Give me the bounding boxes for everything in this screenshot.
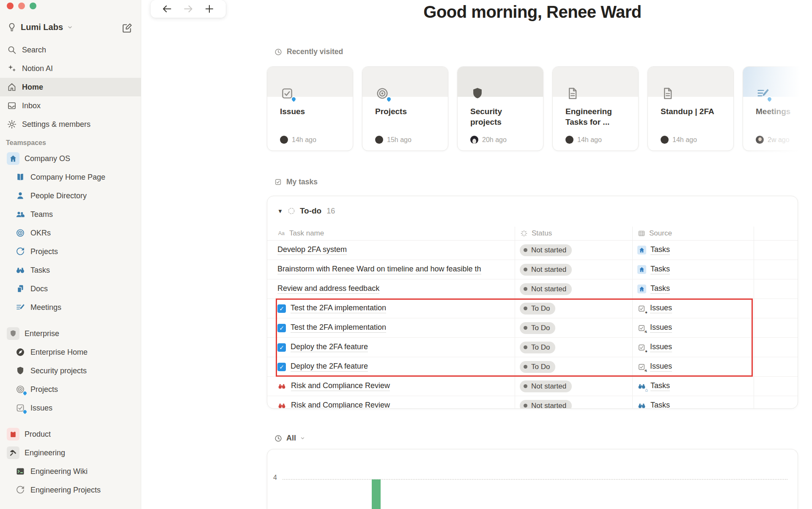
status-badge[interactable]: Not started: [520, 244, 572, 256]
sidebar-item-issues[interactable]: Issues: [0, 399, 141, 417]
new-page-button[interactable]: [121, 22, 133, 34]
sidebar-item-security-projects[interactable]: Security projects: [0, 361, 141, 380]
source-cell[interactable]: Tasks: [637, 279, 670, 298]
sidebar-item-notion-ai[interactable]: Notion AI: [0, 59, 141, 78]
column-header-status[interactable]: Status: [520, 227, 552, 240]
source-cell[interactable]: ●Issues: [637, 299, 672, 318]
plus-icon[interactable]: [204, 3, 215, 14]
sidebar-item-enterprise[interactable]: Enterprise: [0, 324, 141, 343]
task-name-cell[interactable]: ✓Test the 2FA implementation: [277, 318, 502, 337]
sidebar-item-company-home-page[interactable]: Company Home Page: [0, 168, 141, 186]
status-cell[interactable]: Not started: [520, 377, 572, 396]
sidebar-item-home[interactable]: Home: [0, 78, 141, 96]
sidebar-item-search[interactable]: Search: [0, 41, 141, 59]
sidebar-item-settings-members[interactable]: Settings & members: [0, 115, 141, 134]
status-cell[interactable]: To Do: [520, 299, 555, 318]
status-cell[interactable]: To Do: [520, 357, 555, 376]
task-name[interactable]: Deploy the 2FA feature: [291, 342, 368, 352]
task-checkbox-checked[interactable]: ✓: [277, 363, 286, 371]
task-name[interactable]: Test the 2FA implementation: [291, 304, 386, 313]
sidebar-item-enterprise-home[interactable]: Enterprise Home: [0, 343, 141, 361]
source-label[interactable]: Tasks: [650, 401, 670, 409]
source-cell[interactable]: ⌂Tasks: [637, 396, 670, 409]
minimize-window-button[interactable]: [18, 3, 25, 9]
task-name-cell[interactable]: Risk and Compliance Review: [277, 396, 502, 409]
source-label[interactable]: Issues: [650, 323, 672, 333]
status-cell[interactable]: Not started: [520, 396, 572, 409]
column-header-task-name[interactable]: AaTask name: [277, 227, 324, 240]
task-name-cell[interactable]: Develop 2FA system: [277, 241, 502, 260]
source-cell[interactable]: ⌂Tasks: [637, 377, 670, 396]
sidebar-item-engineering-wiki[interactable]: Engineering Wiki: [0, 462, 141, 481]
status-badge[interactable]: To Do: [520, 361, 555, 373]
sidebar-item-tasks[interactable]: Tasks: [0, 261, 141, 279]
status-badge[interactable]: To Do: [520, 303, 555, 315]
task-name[interactable]: Deploy the 2FA feature: [291, 362, 368, 372]
status-cell[interactable]: Not started: [520, 241, 572, 260]
forward-arrow-icon[interactable]: [183, 3, 194, 14]
status-cell[interactable]: Not started: [520, 279, 572, 298]
source-cell[interactable]: Tasks: [637, 260, 670, 279]
back-arrow-icon[interactable]: [162, 3, 173, 14]
collapse-triangle-icon[interactable]: ▼: [277, 208, 283, 214]
source-label[interactable]: Issues: [650, 362, 672, 372]
sidebar-item-projects[interactable]: Projects: [0, 242, 141, 261]
source-label[interactable]: Tasks: [650, 381, 670, 391]
task-name[interactable]: Brainstorm with Renee Ward on timeline a…: [277, 265, 481, 274]
source-cell[interactable]: ●Issues: [637, 338, 672, 357]
source-label[interactable]: Tasks: [650, 245, 670, 255]
task-checkbox-checked[interactable]: ✓: [277, 343, 286, 352]
source-label[interactable]: Tasks: [650, 265, 670, 274]
status-cell[interactable]: Not started: [520, 260, 572, 279]
task-name[interactable]: Review and address feedback: [277, 284, 379, 294]
sidebar-item-company-os[interactable]: Company OS: [0, 149, 141, 168]
recent-card-security-projects[interactable]: Security projects20h ago: [457, 66, 543, 151]
status-badge[interactable]: Not started: [520, 264, 572, 276]
task-name-cell[interactable]: ✓Deploy the 2FA feature: [277, 357, 502, 376]
recent-card-meetings[interactable]: Meetings2w ago: [743, 66, 812, 151]
source-label[interactable]: Tasks: [650, 284, 670, 294]
recent-card-issues[interactable]: Issues14h ago: [267, 66, 353, 151]
sidebar-item-engineering-projects[interactable]: Engineering Projects: [0, 481, 141, 499]
source-label[interactable]: Issues: [650, 342, 672, 352]
recent-card-projects[interactable]: Projects15h ago: [362, 66, 448, 151]
close-window-button[interactable]: [7, 3, 14, 9]
todo-group-header[interactable]: ▼ To-do 16: [277, 206, 335, 216]
source-label[interactable]: Issues: [650, 304, 672, 313]
sidebar-item-docs[interactable]: Docs: [0, 279, 141, 298]
task-name-cell[interactable]: Risk and Compliance Review: [277, 377, 502, 396]
task-name[interactable]: Test the 2FA implementation: [291, 323, 386, 333]
task-checkbox-checked[interactable]: ✓: [277, 304, 286, 313]
status-badge[interactable]: Not started: [520, 283, 572, 295]
sidebar-item-teams[interactable]: Teams: [0, 205, 141, 224]
status-badge[interactable]: To Do: [520, 342, 555, 353]
status-badge[interactable]: Not started: [520, 380, 572, 392]
source-cell[interactable]: Tasks: [637, 241, 670, 260]
sidebar-item-meetings[interactable]: Meetings: [0, 298, 141, 317]
task-name[interactable]: Risk and Compliance Review: [291, 401, 390, 409]
task-checkbox-checked[interactable]: ✓: [277, 324, 286, 332]
chart-filter[interactable]: All: [274, 434, 305, 443]
task-name-cell[interactable]: ✓Deploy the 2FA feature: [277, 338, 502, 357]
sidebar-item-product[interactable]: Product: [0, 425, 141, 443]
sidebar-item-engineering[interactable]: Engineering: [0, 443, 141, 462]
zoom-window-button[interactable]: [30, 3, 36, 9]
task-name-cell[interactable]: ✓Test the 2FA implementation: [277, 299, 502, 318]
recent-card-standup-2fa[interactable]: Standup | 2FA14h ago: [647, 66, 734, 151]
status-cell[interactable]: To Do: [520, 318, 555, 337]
source-cell[interactable]: ➤Issues: [637, 357, 672, 376]
task-name[interactable]: Develop 2FA system: [277, 245, 347, 255]
status-cell[interactable]: To Do: [520, 338, 555, 357]
task-name[interactable]: Risk and Compliance Review: [291, 381, 390, 391]
source-cell[interactable]: ➤Issues: [637, 318, 672, 337]
status-badge[interactable]: Not started: [520, 400, 572, 409]
column-header-source[interactable]: Source: [637, 227, 672, 240]
sidebar-item-projects[interactable]: Projects: [0, 380, 141, 399]
workspace-switcher[interactable]: Lumi Labs: [4, 20, 76, 34]
task-name-cell[interactable]: Review and address feedback: [277, 279, 502, 298]
sidebar-item-people-directory[interactable]: People Directory: [0, 186, 141, 205]
bar-segment[interactable]: [372, 479, 381, 509]
sidebar-item-okrs[interactable]: OKRs: [0, 224, 141, 242]
recent-card-engineering-tasks-for-[interactable]: Engineering Tasks for ...14h ago: [552, 66, 639, 151]
sidebar-item-inbox[interactable]: Inbox: [0, 96, 141, 115]
